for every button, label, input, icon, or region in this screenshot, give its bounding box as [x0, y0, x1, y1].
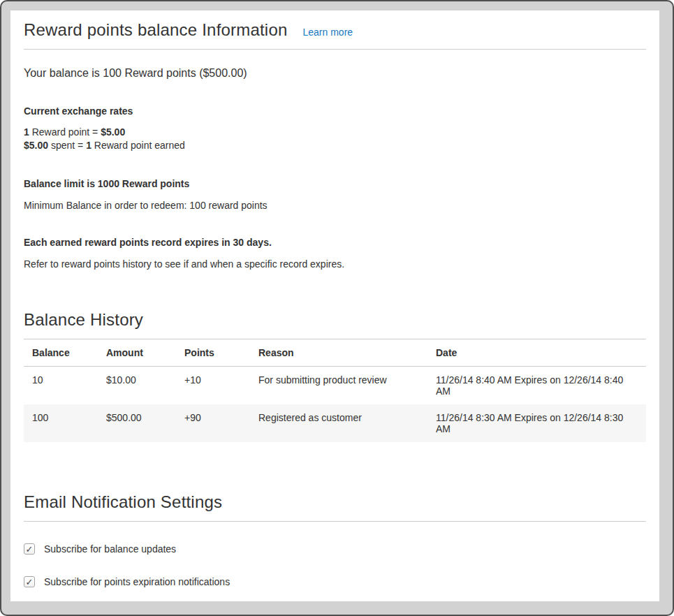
column-header-date: Date	[427, 339, 646, 367]
email-settings-divider	[24, 521, 646, 522]
window-frame: Reward points balance Information Learn …	[0, 0, 674, 616]
rate-currency-value: $5.00	[101, 126, 125, 138]
rate-points-to-currency: 1 Reward point = $5.00	[24, 126, 646, 139]
column-header-amount: Amount	[98, 339, 176, 367]
cell-reason: Registered as customer	[250, 404, 427, 442]
cell-amount: $10.00	[98, 367, 176, 405]
points-expiration-option: ✓ Subscribe for points expiration notifi…	[24, 576, 646, 587]
table-row: 100 $500.00 +90 Registered as customer 1…	[24, 404, 646, 442]
minimum-balance-line: Minimum Balance in order to redeem: 100 …	[24, 200, 646, 211]
balance-limit-heading: Balance limit is 1000 Reward points	[24, 178, 646, 189]
balance-updates-option: ✓ Subscribe for balance updates	[24, 543, 646, 555]
exchange-rates-heading: Current exchange rates	[24, 105, 646, 117]
column-header-points: Points	[176, 339, 250, 367]
column-header-balance: Balance	[24, 339, 98, 367]
balance-history-heading: Balance History	[24, 310, 646, 330]
spend-currency-value: $5.00	[24, 140, 48, 151]
cell-points: +10	[176, 367, 250, 405]
page-title: Reward points balance Information	[24, 20, 287, 40]
column-header-reason: Reason	[250, 339, 427, 367]
title-divider	[24, 49, 646, 50]
checkbox-label[interactable]: Subscribe for balance updates	[44, 543, 176, 555]
exchange-rates: 1 Reward point = $5.00 $5.00 spent = 1 R…	[24, 126, 646, 152]
email-settings-heading: Email Notification Settings	[24, 492, 646, 512]
table-header-row: Balance Amount Points Reason Date	[24, 339, 646, 367]
balance-history-table: Balance Amount Points Reason Date 10 $10…	[24, 339, 646, 442]
cell-date: 11/26/14 8:40 AM Expires on 12/26/14 8:4…	[427, 367, 646, 405]
cell-amount: $500.00	[98, 404, 176, 442]
cell-date: 11/26/14 8:30 AM Expires on 12/26/14 8:3…	[427, 404, 646, 442]
rate-mid-text: Reward point =	[29, 126, 101, 138]
cell-balance: 10	[24, 367, 98, 405]
balance-summary: Your balance is 100 Reward points ($500.…	[24, 67, 646, 80]
spend-tail-text: Reward point earned	[91, 140, 185, 151]
spend-points-value: 1	[86, 140, 91, 151]
checkmark-icon: ✓	[26, 577, 34, 586]
cell-balance: 100	[24, 404, 98, 442]
cell-reason: For submitting product review	[250, 367, 427, 405]
checkmark-icon: ✓	[26, 544, 34, 553]
points-expiration-checkbox[interactable]: ✓	[24, 576, 35, 587]
checkbox-label[interactable]: Subscribe for points expiration notifica…	[44, 576, 230, 587]
cell-points: +90	[176, 404, 250, 442]
spend-mid-text: spent =	[48, 140, 86, 151]
title-row: Reward points balance Information Learn …	[24, 19, 646, 40]
reward-points-panel: Reward points balance Information Learn …	[10, 10, 659, 601]
rate-currency-to-points: $5.00 spent = 1 Reward point earned	[24, 139, 646, 152]
balance-updates-checkbox[interactable]: ✓	[24, 543, 35, 555]
table-row: 10 $10.00 +10 For submitting product rev…	[24, 367, 646, 405]
expiry-note: Refer to reward points history to see if…	[24, 258, 646, 270]
expiry-heading: Each earned reward points record expires…	[24, 237, 646, 248]
learn-more-link[interactable]: Learn more	[302, 27, 353, 38]
rate-points-value: 1	[24, 126, 29, 138]
